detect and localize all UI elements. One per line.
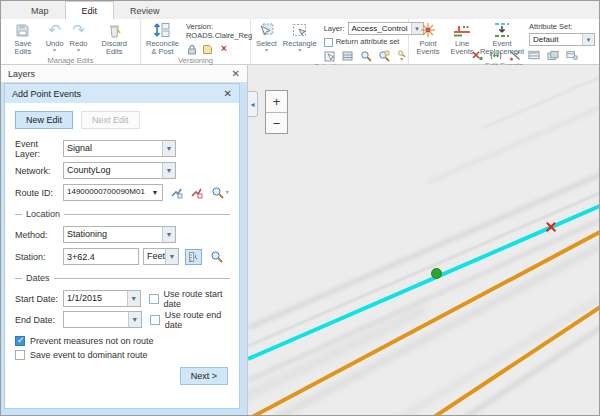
prevent-measures-checkbox[interactable]	[15, 336, 25, 346]
rectangle-select-button[interactable]: Rectangle ▾	[280, 20, 320, 53]
group-edit-events: Point Events Line Events Event Replaceme…	[409, 19, 599, 64]
attribute-table-icon[interactable]	[342, 50, 354, 62]
zoom-to-station-icon[interactable]	[208, 249, 225, 265]
zoom-to-route-icon[interactable]: ▾	[210, 185, 230, 201]
return-attribute-set-checkbox[interactable]	[324, 38, 333, 47]
station-units-combobox[interactable]: Feet ▼	[143, 248, 179, 265]
save-dominant-checkbox[interactable]	[15, 350, 25, 360]
line-events-icon	[453, 22, 471, 38]
select-dropdown-caret[interactable]: ▾	[265, 48, 268, 53]
rectangle-select-icon	[292, 22, 307, 38]
group-selection: Select ▾ Rectangle ▾ Layer: Access_Contr…	[251, 19, 409, 64]
event-replacement-icon	[493, 22, 511, 38]
attribute-set-label: Attribute Set:	[529, 22, 595, 32]
select-route-icon[interactable]	[169, 185, 183, 201]
redo-dropdown-caret[interactable]: ▾	[77, 48, 80, 53]
use-route-end-date-label: Use route end date	[165, 310, 230, 330]
station-input[interactable]	[63, 248, 139, 265]
add-point-events-close-icon[interactable]: ✕	[224, 88, 232, 99]
network-combobox-arrow[interactable]: ▼	[162, 163, 175, 178]
event-layer-combobox[interactable]: Signal ▼	[63, 140, 176, 157]
return-attribute-set-label: Return attribute set	[336, 37, 400, 47]
end-date-label: End Date:	[15, 315, 63, 325]
tab-edit[interactable]: Edit	[65, 1, 115, 19]
location-section-header: Location	[15, 209, 230, 219]
pane-collapse-tab[interactable]: ◂	[248, 91, 258, 117]
rectangle-dropdown-caret[interactable]: ▾	[298, 48, 301, 53]
select-button[interactable]: Select ▾	[253, 20, 280, 53]
redo-button[interactable]: ↷ Redo ▾	[67, 20, 91, 53]
copy-events-icon[interactable]	[547, 49, 559, 61]
delete-version-icon[interactable]: ×	[218, 43, 230, 55]
point-events-icon	[420, 22, 436, 38]
route-id-caret[interactable]: ▼	[148, 185, 162, 200]
split-event-icon[interactable]	[490, 49, 502, 61]
start-date-arrow[interactable]: ▼	[127, 291, 140, 306]
clear-route-icon[interactable]	[189, 185, 203, 201]
layers-pane-close-icon[interactable]: ✕	[232, 69, 240, 79]
select-features-icon[interactable]	[324, 50, 336, 62]
network-label: Network:	[15, 166, 63, 176]
route-id-combobox[interactable]: 14900000700090M01 ▼	[63, 184, 163, 201]
redo-icon: ↷	[72, 22, 85, 38]
undo-icon: ↶	[48, 22, 61, 38]
pick-station-on-map-icon[interactable]	[185, 249, 202, 265]
version-lock-icon[interactable]	[186, 43, 198, 55]
ribbon: Save Edits ↶ Undo ▾ ↷ Redo ▾ Discard Edi…	[1, 19, 599, 65]
new-version-icon[interactable]	[202, 43, 214, 55]
method-label: Method:	[15, 230, 63, 240]
reconcile-post-icon	[153, 22, 171, 38]
prevent-measures-label: Prevent measures not on route	[30, 336, 154, 346]
discard-edits-button[interactable]: Discard Edits	[91, 20, 138, 56]
station-units-arrow[interactable]: ▼	[165, 249, 178, 264]
zoom-to-selection-icon[interactable]	[360, 50, 372, 62]
use-route-start-date-checkbox[interactable]	[149, 294, 159, 304]
save-edits-button[interactable]: Save Edits	[3, 20, 43, 56]
station-target-marker[interactable]	[545, 221, 557, 233]
map-view[interactable]: ◂ + −	[248, 65, 599, 415]
delete-event-icon[interactable]	[471, 49, 483, 61]
end-date-picker[interactable]: ▼	[63, 311, 142, 328]
undo-dropdown-caret[interactable]: ▾	[53, 48, 56, 53]
network-combobox[interactable]: CountyLog ▼	[63, 162, 176, 179]
app-window: Map Edit Review Save Edits ↶ Undo ▾	[0, 0, 600, 416]
version-value: ROADS.Claire_Reg	[186, 31, 252, 40]
zoom-in-button[interactable]: +	[266, 91, 287, 112]
trim-event-icon[interactable]	[509, 49, 521, 61]
point-events-button[interactable]: Point Events	[411, 20, 445, 56]
trash-icon	[108, 22, 121, 38]
new-edit-button[interactable]: New Edit	[15, 111, 73, 129]
reconcile-post-button[interactable]: Reconcile & Post	[143, 20, 182, 56]
undo-button[interactable]: ↶ Undo ▾	[43, 20, 67, 53]
event-options-icon[interactable]	[566, 49, 578, 61]
layers-pane-title: Layers	[8, 69, 35, 79]
event-table-icon[interactable]	[528, 49, 540, 61]
next-button[interactable]: Next >	[180, 367, 228, 385]
route-id-label: Route ID:	[15, 188, 63, 198]
method-combobox-arrow[interactable]: ▼	[162, 227, 175, 242]
left-dock: Layers ✕ Add Point Events ✕ New Edit Nex…	[1, 65, 248, 415]
pan-to-selection-icon[interactable]	[378, 50, 390, 62]
tab-map[interactable]: Map	[15, 2, 65, 19]
station-label: Station:	[15, 252, 63, 262]
method-combobox[interactable]: Stationing ▼	[63, 226, 176, 243]
zoom-out-button[interactable]: −	[266, 112, 287, 133]
attribute-set-combobox-arrow[interactable]: ▼	[582, 34, 594, 45]
version-label: Version:	[186, 22, 252, 31]
dates-section-header: Dates	[15, 273, 230, 283]
point-event-marker[interactable]	[431, 268, 442, 279]
use-route-end-date-checkbox[interactable]	[150, 315, 160, 325]
selection-more-icon[interactable]: ▾	[396, 50, 408, 62]
start-date-picker[interactable]: 1/1/2015 ▼	[63, 290, 141, 307]
end-date-arrow[interactable]: ▼	[128, 312, 141, 327]
map-zoom-control: + −	[265, 90, 288, 134]
tab-review[interactable]: Review	[114, 2, 176, 19]
event-layer-combobox-arrow[interactable]: ▼	[162, 141, 175, 156]
attribute-set-combobox[interactable]: Default ▼	[529, 33, 595, 46]
add-point-events-pane: Add Point Events ✕ New Edit Next Edit Ev…	[1, 83, 247, 415]
use-route-start-date-label: Use route start date	[164, 289, 230, 309]
next-edit-button[interactable]: Next Edit	[81, 111, 140, 129]
select-cursor-icon	[258, 22, 274, 38]
add-point-events-header: Add Point Events ✕	[5, 84, 239, 103]
collapse-arrow-icon: ◂	[250, 100, 254, 109]
